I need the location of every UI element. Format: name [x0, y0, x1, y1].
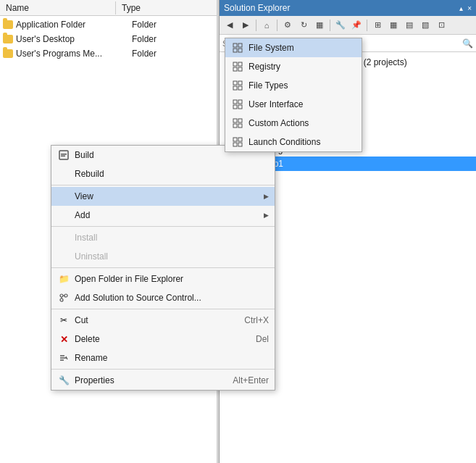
context-menu-view[interactable]: View ▶ [51, 187, 275, 206]
grid4-button[interactable]: ▧ [418, 18, 433, 33]
svg-rect-29 [238, 119, 242, 122]
rebuild-icon [57, 167, 70, 180]
context-menu-openfolder[interactable]: 📁 Open Folder in File Explorer [51, 270, 275, 288]
col-type: Type [116, 1, 174, 14]
context-rebuild-label: Rebuild [75, 169, 269, 179]
file-type: Folder [132, 20, 190, 30]
grid1-button[interactable]: ⊞ [370, 18, 385, 33]
folder-icon [3, 20, 13, 29]
context-rename-label: Rename [75, 353, 269, 363]
grid2-button[interactable]: ▦ [386, 18, 401, 33]
file-type: Folder [132, 34, 190, 44]
svg-rect-23 [238, 86, 242, 90]
context-separator [51, 267, 275, 268]
folder-icon [3, 35, 13, 43]
submenu-launchconditions[interactable]: Launch Conditions [225, 133, 362, 151]
context-menu-cut[interactable]: ✂ Cut Ctrl+X [51, 311, 275, 330]
toolbar-separator [367, 20, 367, 31]
file-name: User's Desktop [16, 34, 132, 44]
home-button[interactable]: ⌂ [259, 18, 274, 33]
filetypes-label: File Types [249, 80, 288, 91]
context-properties-label: Properties [75, 375, 221, 385]
svg-rect-28 [233, 119, 237, 122]
close-icon[interactable]: × [467, 4, 472, 12]
context-menu-rebuild[interactable]: Rebuild [51, 164, 275, 183]
svg-rect-21 [238, 81, 242, 85]
grid3-button[interactable]: ▤ [402, 18, 417, 33]
git-icon [57, 291, 70, 304]
filesystem-icon [231, 41, 244, 54]
filetypes-icon [231, 79, 244, 92]
svg-rect-14 [233, 49, 237, 52]
build-icon [57, 149, 70, 162]
svg-point-4 [64, 294, 67, 297]
pin-icon[interactable]: ▴ [459, 4, 463, 12]
context-menu-properties[interactable]: 🔧 Properties Alt+Enter [51, 371, 275, 390]
svg-rect-16 [233, 62, 237, 66]
svg-rect-15 [238, 49, 242, 52]
cut-shortcut: Ctrl+X [244, 315, 269, 325]
context-cut-label: Cut [75, 315, 233, 325]
customactions-icon [231, 117, 244, 130]
refresh-button[interactable]: ↻ [296, 18, 311, 33]
svg-rect-12 [233, 43, 237, 47]
openfolder-icon: 📁 [57, 272, 70, 285]
file-row[interactable]: User's Desktop Folder [0, 32, 217, 46]
file-type: Folder [132, 49, 190, 59]
submenu-registry[interactable]: Registry [225, 57, 362, 76]
properties-shortcut: Alt+Enter [233, 375, 269, 385]
toolbar-separator [256, 20, 256, 31]
launchconditions-label: Launch Conditions [249, 137, 320, 147]
submenu-filetypes[interactable]: File Types [225, 76, 362, 95]
back-button[interactable]: ◀ [222, 18, 237, 33]
svg-rect-13 [238, 43, 242, 47]
pin-button[interactable]: 📌 [349, 18, 364, 33]
customactions-label: Custom Actions [249, 118, 309, 128]
context-view-label: View [75, 191, 261, 201]
svg-rect-26 [233, 105, 237, 109]
solution-toolbar: ◀ ▶ ⌂ ⚙ ↻ ▦ 🔧 📌 ⊞ ▦ ▤ ▧ ⊡ [220, 16, 476, 35]
rename-icon [57, 351, 70, 364]
context-uninstall-label: Uninstall [75, 251, 269, 262]
launchconditions-icon [231, 135, 244, 149]
toolbar-separator [277, 20, 277, 31]
grid5-button[interactable]: ⊡ [434, 18, 448, 33]
context-delete-label: Delete [75, 334, 244, 344]
context-openfolder-label: Open Folder in File Explorer [75, 274, 269, 284]
svg-point-5 [60, 299, 63, 301]
svg-rect-25 [238, 100, 242, 104]
submenu-customactions[interactable]: Custom Actions [225, 114, 362, 133]
userinterface-icon [231, 98, 244, 111]
submenu-filesystem[interactable]: File System [225, 38, 362, 57]
file-row[interactable]: User's Programs Me... Folder [0, 46, 217, 61]
solution-title: Solution Explorer [224, 3, 290, 13]
context-menu-delete[interactable]: ✕ Delete Del [51, 330, 275, 349]
svg-rect-0 [59, 151, 68, 159]
file-row[interactable]: Application Folder Folder [0, 17, 217, 32]
properties-icon: 🔧 [57, 374, 70, 387]
filter-button[interactable]: ▦ [312, 18, 327, 33]
submenu-userinterface[interactable]: User Interface [225, 95, 362, 114]
svg-rect-22 [233, 86, 237, 90]
search-icon[interactable]: 🔍 [462, 38, 473, 49]
context-menu-rename[interactable]: Rename [51, 349, 275, 367]
submenu-arrow: ▶ [264, 212, 269, 219]
registry-label: Registry [249, 62, 280, 72]
toolbar-separator [330, 20, 330, 31]
svg-rect-34 [233, 143, 237, 146]
add-icon [57, 209, 70, 222]
context-menu-add[interactable]: Add ▶ [51, 206, 275, 225]
wrench-button[interactable]: 🔧 [333, 18, 348, 33]
view-icon [57, 190, 70, 203]
file-name: Application Folder [16, 20, 132, 30]
svg-rect-30 [233, 124, 237, 128]
context-menu-addsolution[interactable]: Add Solution to Source Control... [51, 288, 275, 307]
context-menu-uninstall: Uninstall [51, 247, 275, 266]
settings-button[interactable]: ⚙ [280, 18, 295, 33]
svg-rect-35 [238, 143, 242, 146]
svg-rect-24 [233, 100, 237, 104]
uninstall-icon [57, 250, 70, 263]
file-rows: Application Folder Folder User's Desktop… [0, 16, 217, 61]
svg-point-3 [60, 294, 63, 297]
forward-button[interactable]: ▶ [238, 18, 253, 33]
